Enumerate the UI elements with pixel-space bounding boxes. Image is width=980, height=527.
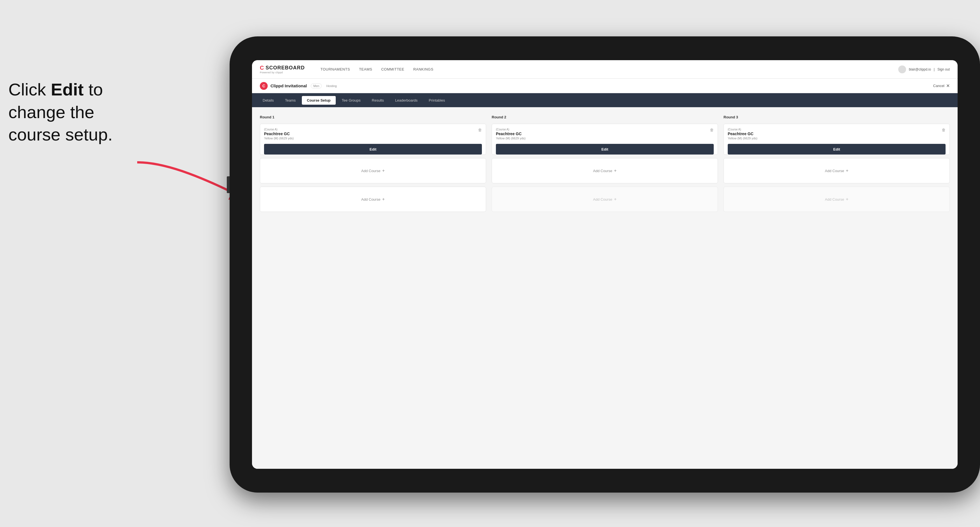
top-nav: C SCOREBOARD Powered by clippd TOURNAMEN…	[252, 60, 958, 79]
tab-tee-groups[interactable]: Tee Groups	[337, 96, 366, 105]
round-3-add-course-1[interactable]: Add Course +	[724, 158, 950, 183]
tournament-logo: C	[260, 82, 268, 90]
round-2-add-plus-1: +	[614, 168, 617, 173]
round-1-add-plus-1: +	[382, 168, 385, 173]
round-3-course-card: 🗑 (Course A) Peachtree GC Yellow (M) (66…	[724, 124, 950, 155]
round-3-course-details: Yellow (M) (6629 yds)	[728, 137, 945, 140]
bold-edit: Edit	[51, 80, 84, 99]
round-2-add-course-2: Add Course +	[492, 187, 718, 212]
logo-sub: Powered by clippd	[260, 71, 305, 74]
round-3-course-name: Peachtree GC	[728, 132, 945, 136]
user-avatar	[898, 65, 906, 73]
tab-leaderboards[interactable]: Leaderboards	[390, 96, 423, 105]
round-2-course-card: 🗑 (Course A) Peachtree GC Yellow (M) (66…	[492, 124, 718, 155]
tab-course-setup[interactable]: Course Setup	[302, 96, 336, 105]
logo-area: C SCOREBOARD Powered by clippd	[260, 65, 305, 74]
tab-printables[interactable]: Printables	[424, 96, 450, 105]
round-2-course-details: Yellow (M) (6629 yds)	[496, 137, 714, 140]
round-2-column: Round 2 🗑 (Course A) Peachtree GC Yellow…	[492, 115, 718, 212]
main-content: Round 1 🗑 (Course A) Peachtree GC Yellow…	[252, 107, 958, 469]
round-3-edit-button[interactable]: Edit	[728, 144, 945, 154]
hosting-badge: Hosting	[326, 84, 337, 87]
round-1-course-label: (Course A)	[264, 128, 482, 131]
tab-details[interactable]: Details	[258, 96, 279, 105]
round-3-add-plus-2: +	[846, 197, 848, 202]
round-2-course-label: (Course A)	[496, 128, 714, 131]
round-1-column: Round 1 🗑 (Course A) Peachtree GC Yellow…	[260, 115, 486, 212]
sub-header: C Clippd Invitational Men Hosting Cancel…	[252, 79, 958, 93]
logo-text: SCOREBOARD	[266, 65, 305, 71]
main-nav: TOURNAMENTS TEAMS COMMITTEE RANKINGS	[320, 67, 888, 71]
round-1-label: Round 1	[260, 115, 486, 119]
tab-teams[interactable]: Teams	[280, 96, 301, 105]
nav-rankings[interactable]: RANKINGS	[413, 67, 433, 71]
round-3-column: Round 3 🗑 (Course A) Peachtree GC Yellow…	[724, 115, 950, 212]
tab-results[interactable]: Results	[367, 96, 389, 105]
round-3-add-course-2: Add Course +	[724, 187, 950, 212]
round-2-edit-button[interactable]: Edit	[496, 144, 714, 154]
round-2-add-course-1[interactable]: Add Course +	[492, 158, 718, 183]
tablet-shell: C SCOREBOARD Powered by clippd TOURNAMEN…	[230, 37, 980, 492]
tournament-name: Clippd Invitational	[270, 83, 307, 88]
round-1-edit-button[interactable]: Edit	[264, 144, 482, 154]
round-2-delete-icon[interactable]: 🗑	[709, 127, 715, 133]
round-3-course-label: (Course A)	[728, 128, 945, 131]
round-3-label: Round 3	[724, 115, 950, 119]
round-2-add-plus-2: +	[614, 197, 617, 202]
sub-header-left: C Clippd Invitational Men Hosting	[260, 82, 337, 90]
round-1-add-course-1[interactable]: Add Course +	[260, 158, 486, 183]
gender-badge: Men	[311, 83, 322, 89]
round-2-add-course-2-text: Add Course +	[593, 197, 617, 202]
nav-tournaments[interactable]: TOURNAMENTS	[320, 67, 350, 71]
nav-teams[interactable]: TEAMS	[359, 67, 372, 71]
round-2-label: Round 2	[492, 115, 718, 119]
round-3-delete-icon[interactable]: 🗑	[940, 127, 947, 133]
round-1-course-card: 🗑 (Course A) Peachtree GC Yellow (M) (66…	[260, 124, 486, 155]
tournament-logo-letter: C	[262, 84, 265, 88]
instruction-text: Click Edit tochange thecourse setup.	[8, 78, 182, 146]
round-3-add-course-1-text: Add Course +	[825, 168, 848, 173]
nav-separator: |	[934, 67, 935, 71]
user-email: blair@clippd.io	[909, 67, 931, 71]
round-2-add-course-1-text: Add Course +	[593, 168, 617, 173]
tablet-screen: C SCOREBOARD Powered by clippd TOURNAMEN…	[252, 60, 958, 469]
sign-out-link[interactable]: Sign out	[937, 67, 950, 71]
round-1-add-course-1-text: Add Course +	[361, 168, 385, 173]
tab-bar: Details Teams Course Setup Tee Groups Re…	[252, 93, 958, 107]
logo-c-icon: C	[260, 65, 264, 71]
round-1-add-plus-2: +	[382, 197, 385, 202]
round-1-course-name: Peachtree GC	[264, 132, 482, 136]
side-button	[227, 176, 230, 193]
round-1-add-course-2[interactable]: Add Course +	[260, 187, 486, 212]
cancel-button[interactable]: Cancel ✕	[933, 83, 950, 89]
nav-committee[interactable]: COMMITTEE	[381, 67, 404, 71]
round-2-course-name: Peachtree GC	[496, 132, 714, 136]
round-1-course-details: Yellow (M) (6629 yds)	[264, 137, 482, 140]
round-3-add-course-2-text: Add Course +	[825, 197, 848, 202]
round-1-delete-icon[interactable]: 🗑	[477, 127, 483, 133]
round-3-add-plus-1: +	[846, 168, 848, 173]
round-1-add-course-2-text: Add Course +	[361, 197, 385, 202]
nav-right: blair@clippd.io | Sign out	[898, 65, 950, 73]
rounds-grid: Round 1 🗑 (Course A) Peachtree GC Yellow…	[260, 115, 950, 212]
